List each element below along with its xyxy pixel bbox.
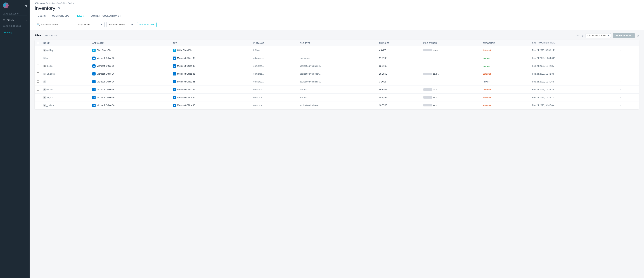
sidebar-section-divider-next-gen [3,28,27,28]
row-last-modified: Feb 24 2023, 3:59:21 P [530,46,618,54]
row-last-modified: Feb 24 2023, 1:34:06 P [530,54,618,62]
table-settings-icon[interactable]: ⚙ [636,34,639,37]
th-instance: INSTANCE [251,40,297,46]
sidebar-section-label-saas-classic: SAAS (CLASSIC) [0,11,30,15]
row-file-size: 11.91KB [377,54,421,62]
row-more-actions-icon[interactable]: ··· [620,96,622,99]
row-last-modified: Feb 24 2023, 10:32:36. [530,86,618,94]
row-checkbox-cell [34,46,41,54]
row-actions-cell: ··· [618,101,639,109]
row-app: ☁ Microsoft Office 36 [171,78,251,86]
th-app: APP [171,40,251,46]
row-actions-cell: ··· [618,54,639,62]
refresh-icon[interactable]: ↻ [57,6,60,10]
page-title-row: Inventory ↻ [34,5,639,11]
row-actions-cell: ··· [618,78,639,86]
table-row: I ge Rep... S Citrix ShareFile S Citrix … [34,46,639,54]
tab-users[interactable]: USERS [34,13,49,19]
th-file-owner: FILE OWNER [421,40,481,46]
row-checkbox[interactable] [37,65,39,67]
tab-content-collections[interactable]: CONTENT COLLECTIONS ▾ [87,13,124,19]
row-more-actions-icon[interactable]: ··· [620,88,622,91]
row-more-actions-icon[interactable]: ··· [620,80,622,83]
row-app: ☁ Microsoft Office 36 [171,86,251,94]
row-more-actions-icon[interactable]: ··· [620,64,622,68]
row-app: ☁ Microsoft Office 36 [171,94,251,101]
search-box: 🔍 [34,22,74,27]
row-checkbox-cell [34,70,41,78]
row-exposure: External [481,70,530,78]
row-checkbox[interactable] [37,49,39,51]
row-file-type: text/plain [298,86,377,94]
row-instance: onmicros... [251,62,297,70]
row-checkbox[interactable] [37,88,39,91]
row-actions-cell: ··· [618,94,639,101]
instance-select[interactable]: Instance: Select [106,22,135,27]
row-file-owner [421,78,481,86]
sidebar-logo-area: ◀ [0,0,30,11]
sidebar-item-github-label: GitHub [6,19,14,21]
row-file-size: 18.25KB [377,70,421,78]
row-file-type: image/jpeg [298,54,377,62]
files-tab-dropdown-icon: ▾ [83,15,84,17]
row-file-owner: .com [421,46,481,54]
table-area: Files 153,641 FOUND Sort by: Last Modifi… [30,30,644,278]
search-icon: 🔍 [37,23,40,26]
row-actions-cell: ··· [618,62,639,70]
row-checkbox[interactable] [37,72,39,75]
files-title: Files [34,34,41,37]
table-row: I uu_10f... ☁ Microsoft Office 36 ☁ Micr… [34,86,639,94]
row-more-actions-icon[interactable]: ··· [620,103,622,107]
row-exposure: Internal [481,62,530,70]
row-more-actions-icon[interactable]: ··· [620,72,622,76]
sidebar-item-inventory-label: Inventory [3,31,12,33]
app-select[interactable]: App: Select [76,22,104,27]
row-exposure: External [481,101,530,109]
tab-user-groups[interactable]: USER GROUPS [49,13,72,19]
row-checkbox[interactable] [37,104,39,106]
th-actions [618,40,639,46]
row-checkbox-cell [34,94,41,101]
sidebar-item-github[interactable]: ◎ GitHub › [0,17,30,23]
row-instance: onmicros... [251,94,297,101]
row-checkbox[interactable] [37,57,39,59]
take-action-button[interactable]: TAKE ACTION [612,33,635,38]
row-more-actions-icon[interactable]: ··· [620,48,622,52]
row-actions-cell: ··· [618,70,639,78]
row-file-size: 0 Bytes [377,78,421,86]
row-name: I _1.docx [41,101,90,109]
add-filter-button[interactable]: + ADD FILTER [137,22,156,27]
table-row: I aa_21f... ☁ Microsoft Office 36 ☁ Micr… [34,94,639,101]
row-app-suite: S Citrix ShareFile [90,46,171,54]
row-file-size: 69 Bytes [377,94,421,101]
row-instance: onmicros... [251,86,297,94]
row-exposure: Internal [481,54,530,62]
tab-files[interactable]: FILES ▾ [72,13,88,19]
row-name: . g [41,54,90,62]
row-checkbox[interactable] [37,96,39,98]
table-row: I _1.docx ☁ Microsoft Office 36 ☁ Micros… [34,101,639,109]
tabs-bar: USERS USER GROUPS FILES ▾ CONTENT COLLEC… [34,13,639,19]
row-checkbox-cell [34,86,41,94]
row-exposure: External [481,46,530,54]
row-file-size: 69 Bytes [377,86,421,94]
select-all-checkbox[interactable] [37,42,39,44]
th-file-type: FILE TYPE [298,40,377,46]
files-table: NAME APP SUITE APP INSTANCE FILE TYPE FI… [34,40,639,109]
row-exposure: Private [481,78,530,86]
sort-arrow-icon: ↑ [556,42,557,44]
sort-select[interactable]: Last Modified Time Name File Size [586,33,611,38]
row-app: ☁ Microsoft Office 36 [171,54,251,62]
row-checkbox[interactable] [37,80,39,83]
row-actions-cell: ··· [618,46,639,54]
sidebar: ◀ SAAS (CLASSIC) ◎ GitHub › SAAS (NEXT G… [0,0,30,278]
app-logo [3,2,8,8]
sidebar-item-inventory[interactable]: Inventory [0,29,30,35]
svg-point-1 [6,4,7,6]
sidebar-collapse-button[interactable]: ◀ [24,4,27,7]
row-file-type: application/vnd.netsk... [298,78,377,86]
th-last-modified[interactable]: LAST MODIFIED TIME ↑ [530,40,618,46]
row-last-modified: Feb 24 2023, 11:41:55. [530,78,618,86]
search-input[interactable] [41,23,70,26]
row-more-actions-icon[interactable]: ··· [620,56,622,60]
